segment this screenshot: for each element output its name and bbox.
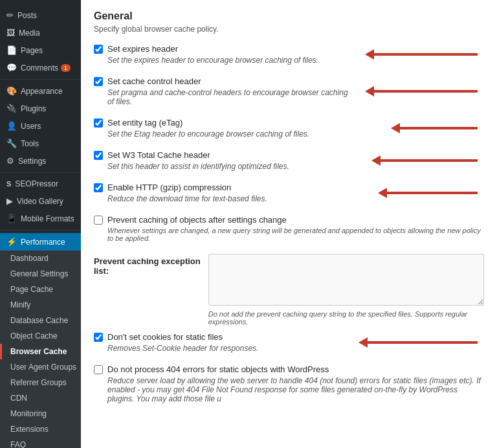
- submenu-referrer-groups[interactable]: Referrer Groups: [0, 375, 81, 390]
- exception-textarea-wrap: Do not add the prevent caching query str…: [208, 254, 484, 326]
- mobile-formats-icon: 📱: [6, 214, 17, 223]
- exception-list-label: Prevent caching exception list:: [94, 254, 201, 276]
- no-cookies-label[interactable]: Don't set cookies for static files: [94, 332, 258, 342]
- no-cookies-checkbox[interactable]: [94, 333, 103, 342]
- setting-prevent-caching: Prevent caching of objects after setting…: [94, 215, 484, 242]
- sidebar-item-comments[interactable]: 💬 Comments 1: [0, 59, 81, 76]
- tools-icon: 🔧: [6, 139, 17, 148]
- submenu-database-cache[interactable]: Database Cache: [0, 313, 81, 328]
- pages-icon: 📄: [6, 45, 17, 55]
- gzip-desc: Reduce the download time for text-based …: [107, 194, 267, 203]
- prevent-caching-desc: Whenever settings are changed, a new que…: [107, 227, 484, 242]
- sidebar-item-mobile-formats[interactable]: 📱 Mobile Formats: [0, 210, 81, 227]
- media-icon: 🖼: [6, 28, 15, 38]
- setting-no-404: Do not process 404 errors for static obj…: [94, 364, 484, 403]
- no-404-label[interactable]: Do not process 404 errors for static obj…: [94, 364, 484, 374]
- setting-set-expires: Set expires header Set the expires heade…: [94, 44, 484, 65]
- gzip-checkbox[interactable]: [94, 183, 103, 192]
- performance-icon: ⚡: [6, 237, 17, 247]
- page-title: General: [94, 10, 484, 22]
- setting-w3-header: Set W3 Total Cache header Set this heade…: [94, 150, 484, 171]
- sidebar-item-pages[interactable]: 📄 Pages: [0, 41, 81, 59]
- settings-icon: ⚙: [6, 156, 14, 166]
- cache-control-checkbox[interactable]: [94, 77, 103, 86]
- submenu-dashboard[interactable]: Dashboard: [0, 251, 81, 266]
- submenu-faq[interactable]: FAQ: [0, 437, 81, 448]
- submenu-extensions[interactable]: Extensions: [0, 421, 81, 437]
- sidebar-item-performance[interactable]: ⚡ Performance: [0, 233, 81, 251]
- w3-header-label[interactable]: Set W3 Total Cache header: [94, 150, 289, 160]
- set-expires-label[interactable]: Set expires header: [94, 44, 318, 54]
- sidebar-item-settings[interactable]: ⚙ Settings: [0, 152, 81, 170]
- main-content: General Specify global browser cache pol…: [81, 0, 497, 448]
- submenu-minify[interactable]: Minify: [0, 297, 81, 313]
- no-404-checkbox[interactable]: [94, 365, 103, 374]
- submenu-general-settings[interactable]: General Settings: [0, 266, 81, 282]
- set-expires-desc: Set the expires header to encourage brow…: [107, 56, 318, 65]
- no-404-desc: Reduce server load by allowing the web s…: [107, 376, 484, 403]
- seopressor-icon: S: [6, 180, 11, 188]
- submenu-monitoring[interactable]: Monitoring: [0, 406, 81, 421]
- exception-list-section: Prevent caching exception list: Do not a…: [94, 254, 484, 326]
- prevent-caching-label[interactable]: Prevent caching of objects after setting…: [94, 215, 484, 225]
- sidebar-item-posts[interactable]: ✏ Posts: [0, 6, 81, 24]
- sidebar-item-seopressor[interactable]: S SEOPressor: [0, 175, 81, 192]
- submenu-object-cache[interactable]: Object Cache: [0, 328, 81, 344]
- exception-note: Do not add the prevent caching query str…: [208, 310, 484, 326]
- sidebar-item-media[interactable]: 🖼 Media: [0, 24, 81, 41]
- submenu-page-cache[interactable]: Page Cache: [0, 282, 81, 297]
- setting-cache-control: Set cache control header Set pragma and …: [94, 76, 484, 106]
- no-cookies-desc: Removes Set-Cookie header for responses.: [107, 344, 258, 353]
- comments-badge: 1: [61, 64, 71, 72]
- posts-icon: ✏: [6, 10, 14, 20]
- users-icon: 👤: [6, 121, 17, 131]
- sidebar: ✏ Posts 🖼 Media 📄 Pages 💬 Comments 1 🎨 A…: [0, 0, 81, 448]
- submenu-cdn[interactable]: CDN: [0, 390, 81, 406]
- sidebar-item-appearance[interactable]: 🎨 Appearance: [0, 82, 81, 100]
- submenu-user-agent-groups[interactable]: User Agent Groups: [0, 359, 81, 375]
- w3-header-desc: Set this header to assist in identifying…: [107, 162, 289, 171]
- appearance-icon: 🎨: [6, 86, 17, 96]
- prevent-caching-checkbox[interactable]: [94, 216, 103, 225]
- cache-control-desc: Set pragma and cache-control headers to …: [107, 88, 355, 106]
- cache-control-label[interactable]: Set cache control header: [94, 76, 355, 86]
- exception-textarea[interactable]: [208, 254, 484, 306]
- set-expires-checkbox[interactable]: [94, 45, 103, 54]
- plugins-icon: 🔌: [6, 104, 17, 113]
- comments-icon: 💬: [6, 63, 17, 73]
- entity-tag-checkbox[interactable]: [94, 118, 103, 128]
- entity-tag-label[interactable]: Set entity tag (eTag): [94, 118, 309, 128]
- setting-entity-tag: Set entity tag (eTag) Set the Etag heade…: [94, 118, 484, 139]
- w3-header-checkbox[interactable]: [94, 151, 103, 160]
- section-description: Specify global browser cache policy.: [94, 25, 484, 34]
- video-gallery-icon: ▶: [6, 196, 13, 206]
- sidebar-item-users[interactable]: 👤 Users: [0, 117, 81, 135]
- setting-gzip: Enable HTTP (gzip) compression Reduce th…: [94, 183, 484, 203]
- sidebar-item-video-gallery[interactable]: ▶ Video Gallery: [0, 192, 81, 210]
- gzip-label[interactable]: Enable HTTP (gzip) compression: [94, 183, 267, 192]
- submenu-browser-cache[interactable]: Browser Cache: [0, 344, 81, 359]
- performance-submenu: Dashboard General Settings Page Cache Mi…: [0, 251, 81, 448]
- sidebar-item-plugins[interactable]: 🔌 Plugins: [0, 100, 81, 117]
- sidebar-item-tools[interactable]: 🔧 Tools: [0, 135, 81, 152]
- entity-tag-desc: Set the Etag header to encourage browser…: [107, 129, 309, 139]
- setting-no-cookies: Don't set cookies for static files Remov…: [94, 332, 484, 353]
